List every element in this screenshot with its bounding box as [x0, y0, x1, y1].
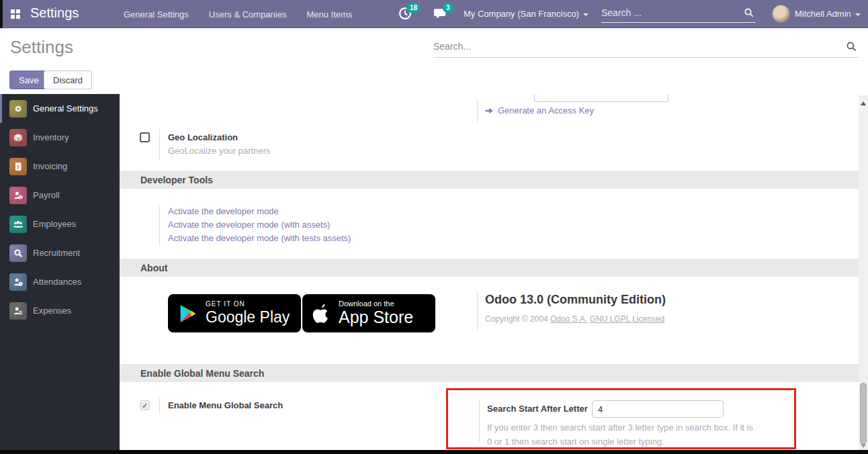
- save-button[interactable]: Save: [9, 71, 48, 89]
- sidebar-item-label: Attendances: [33, 277, 81, 287]
- scroll-down-arrow-icon[interactable]: [861, 444, 866, 448]
- user-name: Mitchell Admin: [795, 9, 851, 19]
- window-edge: [0, 0, 3, 28]
- view-search-input[interactable]: [433, 38, 830, 55]
- google-play-icon: [177, 303, 198, 324]
- separator: [159, 206, 160, 246]
- apps-menu-icon[interactable]: [11, 9, 20, 19]
- gear-icon: [9, 100, 27, 118]
- view-search: [433, 38, 859, 58]
- sidebar-item-label: Expenses: [33, 306, 71, 316]
- chevron-down-icon: [855, 13, 861, 16]
- sidebar-item-recruitment[interactable]: Recruitment: [0, 238, 120, 267]
- section-header: Enable Global Menu Search: [140, 368, 264, 379]
- sidebar-item-payroll[interactable]: $ Payroll: [0, 181, 120, 210]
- field-help-line1: If you enter 3 then search start after 3…: [487, 422, 753, 433]
- vertical-scrollbar[interactable]: [859, 95, 868, 454]
- sidebar-item-label: Recruitment: [33, 248, 80, 258]
- sidebar-item-general-settings[interactable]: General Settings: [0, 94, 120, 123]
- invoice-icon: $: [9, 158, 27, 175]
- sidebar-item-label: General Settings: [33, 103, 98, 114]
- google-play-badge[interactable]: GET IT ON Google Play: [168, 294, 301, 332]
- svg-text:$: $: [19, 310, 23, 316]
- section-about: About: [120, 259, 859, 277]
- apps-grid-square: [11, 9, 15, 13]
- sidebar-item-label: Inventory: [33, 132, 69, 142]
- company-name: My Company (San Francisco): [464, 9, 579, 19]
- apps-grid-square: [11, 15, 15, 19]
- badge-line2: Google Play: [206, 308, 290, 326]
- scrollbar-thumb[interactable]: [860, 383, 867, 445]
- payroll-icon: $: [9, 187, 27, 204]
- settings-content: Generate an Access Key Geo Localization …: [120, 94, 859, 450]
- odoo-sa-link[interactable]: Odoo S.A.: [550, 314, 587, 324]
- badge-line1: GET IT ON: [206, 300, 290, 308]
- section-developer-tools: Developer Tools: [120, 171, 859, 189]
- scroll-up-arrow-icon[interactable]: [861, 101, 866, 105]
- settings-sidebar: General Settings Inventory $ Invoicing $…: [0, 94, 120, 450]
- box-icon: [9, 129, 27, 146]
- separator: [477, 99, 478, 122]
- activity-count-badge[interactable]: 18: [406, 3, 421, 13]
- sidebar-item-inventory[interactable]: Inventory: [0, 123, 120, 152]
- apple-icon: [312, 303, 331, 324]
- menu-users-companies[interactable]: Users & Companies: [209, 9, 287, 19]
- section-header: About: [140, 263, 167, 273]
- geo-localization-subtitle: GeoLocalize your partners: [168, 146, 270, 156]
- search-start-after-letter-input[interactable]: [592, 400, 724, 418]
- dev-mode-assets-link[interactable]: Activate the developer mode (with assets…: [168, 220, 330, 230]
- search-icon[interactable]: [744, 7, 754, 21]
- company-switcher[interactable]: My Company (San Francisco): [464, 9, 589, 19]
- geo-localization-checkbox[interactable]: [140, 132, 150, 142]
- access-key-input-partial[interactable]: [534, 94, 668, 102]
- generate-access-key-link[interactable]: Generate an Access Key: [485, 105, 594, 116]
- apps-grid-square: [16, 15, 20, 19]
- app-store-badge[interactable]: Download on the App Store: [302, 294, 435, 332]
- apps-grid-square: [16, 9, 20, 13]
- employees-icon: [9, 216, 27, 233]
- separator: [159, 129, 160, 160]
- discard-button[interactable]: Discard: [44, 71, 92, 89]
- arrow-right-icon: [485, 107, 494, 115]
- message-count-badge[interactable]: 3: [443, 3, 453, 13]
- menu-menu-items[interactable]: Menu Items: [306, 9, 352, 19]
- svg-text:$: $: [17, 164, 20, 170]
- app-store-text: Download on the App Store: [339, 300, 413, 327]
- generate-access-key-label: Generate an Access Key: [498, 105, 594, 116]
- bottom-edge-bar: [0, 450, 868, 454]
- highlight-box: Search Start After Letter If you enter 3…: [446, 388, 796, 449]
- google-play-text: GET IT ON Google Play: [206, 300, 290, 326]
- search-icon[interactable]: [846, 41, 857, 55]
- top-navbar: Settings General Settings Users & Compan…: [0, 0, 868, 28]
- sidebar-item-attendances[interactable]: Attendances: [0, 267, 120, 296]
- page-title: Settings: [10, 37, 73, 58]
- search-start-after-letter-label: Search Start After Letter: [487, 404, 588, 414]
- odoo-version: Odoo 13.0 (Community Edition): [485, 293, 666, 307]
- user-menu[interactable]: Mitchell Admin: [795, 9, 861, 19]
- navbar-menus: General Settings Users & Companies Menu …: [124, 0, 352, 28]
- dev-mode-tests-link[interactable]: Activate the developer mode (with tests …: [168, 233, 351, 243]
- navbar-search: [601, 4, 756, 23]
- enable-menu-global-search-label: Enable Menu Global Search: [168, 400, 283, 410]
- settings-page: Settings General Settings Users & Compan…: [0, 0, 868, 454]
- badge-line2: App Store: [339, 308, 413, 327]
- navbar-search-input[interactable]: [601, 4, 733, 21]
- section-header: Developer Tools: [140, 175, 213, 185]
- chevron-down-icon: [583, 13, 589, 16]
- enable-menu-global-search-checkbox[interactable]: [140, 400, 150, 410]
- sidebar-item-label: Employees: [33, 219, 76, 229]
- sidebar-item-label: Invoicing: [33, 161, 67, 171]
- field-help-line2: 0 or 1 then search start on single lette…: [487, 437, 664, 447]
- expenses-icon: $: [9, 302, 27, 320]
- sidebar-item-employees[interactable]: Employees: [0, 210, 120, 238]
- user-avatar[interactable]: [772, 5, 790, 23]
- dev-mode-link[interactable]: Activate the developer mode: [168, 206, 279, 216]
- sidebar-item-invoicing[interactable]: $ Invoicing: [0, 152, 120, 181]
- app-title[interactable]: Settings: [30, 5, 79, 21]
- separator: [159, 398, 160, 414]
- lgpl-link[interactable]: GNU LGPL Licensed: [590, 314, 665, 324]
- menu-general-settings[interactable]: General Settings: [124, 9, 189, 19]
- sidebar-item-expenses[interactable]: $ Expenses: [0, 296, 120, 325]
- section-enable-global-menu-search: Enable Global Menu Search: [120, 364, 859, 382]
- recruitment-icon: [9, 244, 27, 262]
